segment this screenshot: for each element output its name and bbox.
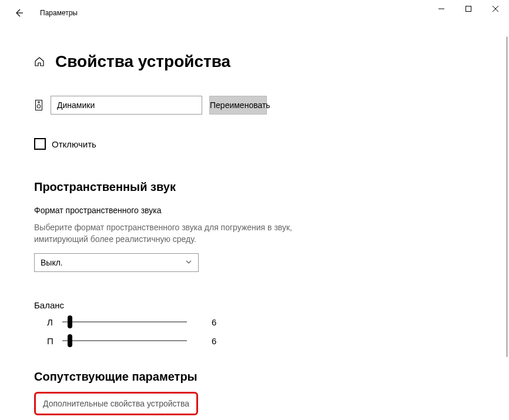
chevron-down-icon — [185, 258, 192, 267]
svg-rect-1 — [466, 6, 471, 12]
home-button[interactable] — [34, 56, 45, 67]
svg-point-6 — [37, 105, 41, 108]
window-title: Параметры — [40, 9, 78, 17]
highlighted-link-box: Дополнительные свойства устройства — [34, 392, 198, 415]
spatial-format-label: Формат пространственного звука — [34, 206, 475, 215]
balance-right-slider[interactable] — [62, 335, 187, 347]
minimize-button[interactable] — [428, 0, 455, 18]
slider-track — [62, 321, 187, 322]
spatial-format-dropdown[interactable]: Выкл. — [34, 253, 199, 272]
device-name-input[interactable] — [51, 96, 202, 115]
related-settings-heading: Сопутствующие параметры — [34, 370, 475, 384]
scrollbar[interactable] — [506, 36, 508, 357]
disable-label: Отключить — [52, 139, 96, 149]
balance-left-slider[interactable] — [62, 316, 187, 328]
checkbox-box — [34, 138, 46, 150]
svg-point-5 — [38, 102, 40, 103]
slider-track — [62, 340, 187, 341]
balance-right-label: П — [47, 336, 62, 346]
balance-right-value: 6 — [212, 336, 216, 346]
slider-thumb — [68, 334, 72, 347]
spatial-format-description: Выберите формат пространственного звука … — [34, 222, 328, 245]
maximize-button[interactable] — [455, 0, 482, 18]
balance-heading: Баланс — [34, 300, 475, 310]
page-title: Свойства устройства — [55, 52, 230, 71]
disable-checkbox[interactable]: Отключить — [34, 138, 475, 150]
spatial-sound-heading: Пространственный звук — [34, 180, 475, 194]
speaker-icon — [34, 100, 43, 110]
balance-left-value: 6 — [212, 317, 216, 327]
rename-button[interactable]: Переименовать — [209, 96, 267, 115]
dropdown-selected-value: Выкл. — [41, 258, 63, 267]
slider-thumb — [68, 315, 72, 328]
close-button[interactable] — [482, 0, 509, 18]
back-button[interactable] — [11, 5, 27, 21]
balance-left-label: Л — [47, 317, 62, 327]
additional-properties-link[interactable]: Дополнительные свойства устройства — [43, 399, 189, 408]
